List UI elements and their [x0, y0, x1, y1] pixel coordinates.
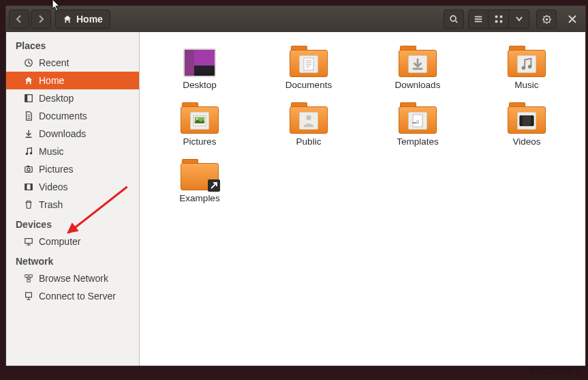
file-label: Music	[514, 80, 538, 90]
file-item-pictures[interactable]: Pictures	[167, 101, 232, 147]
svg-rect-17	[27, 166, 29, 167]
video-icon	[22, 182, 35, 192]
svg-rect-43	[531, 117, 533, 119]
svg-rect-44	[531, 119, 533, 121]
file-grid: DesktopDocumentsDownloadsMusicPicturesPu…	[146, 44, 578, 203]
home-icon	[22, 76, 35, 85]
svg-rect-3	[475, 21, 482, 23]
cursor-pointer-icon	[52, 0, 61, 12]
svg-point-28	[522, 66, 526, 70]
sidebar-item-label: Recent	[39, 57, 69, 68]
file-label: Public	[296, 136, 322, 147]
pathbar-home-button[interactable]: Home	[55, 10, 110, 29]
sidebar-item-label: Computer	[39, 236, 80, 247]
svg-point-29	[528, 65, 532, 69]
search-button[interactable]	[444, 10, 464, 29]
forward-button[interactable]	[31, 10, 51, 29]
desktop-folder-icon	[181, 44, 219, 77]
file-label: Pictures	[183, 136, 217, 147]
pathbar-label: Home	[76, 14, 103, 25]
file-label: Templates	[397, 136, 439, 147]
sidebar-item-label: Music	[39, 146, 64, 157]
music-emblem-icon	[517, 55, 536, 73]
server-icon	[22, 291, 35, 301]
sidebar-item-downloads[interactable]: Downloads	[6, 125, 139, 143]
sidebar-item-label: Documents	[39, 111, 87, 121]
folder-icon	[508, 101, 546, 134]
gear-button[interactable]	[536, 10, 557, 29]
sidebar-item-label: Pictures	[39, 164, 74, 175]
sidebar-item-label: Trash	[39, 199, 63, 210]
svg-point-14	[30, 152, 33, 155]
svg-point-9	[545, 18, 547, 20]
file-item-public[interactable]: Public	[276, 101, 341, 147]
sidebar-item-label: Desktop	[39, 93, 74, 104]
svg-rect-24	[27, 280, 30, 282]
svg-rect-2	[475, 18, 482, 20]
file-label: Examples	[179, 193, 219, 203]
svg-rect-6	[495, 20, 497, 23]
svg-point-13	[26, 153, 29, 156]
desktop-icon	[22, 93, 35, 103]
back-button[interactable]	[9, 10, 29, 29]
file-label: Documents	[285, 80, 332, 90]
sidebar-item-music[interactable]: Music	[6, 143, 139, 160]
svg-point-16	[27, 168, 30, 171]
video-emblem-icon	[517, 112, 536, 130]
main-view[interactable]: DesktopDocumentsDownloadsMusicPicturesPu…	[140, 32, 585, 366]
download-icon	[22, 129, 35, 138]
home-icon	[63, 14, 72, 24]
folder-icon: a	[399, 101, 437, 134]
file-item-documents[interactable]: Documents	[276, 44, 341, 90]
clock-icon	[22, 58, 35, 68]
file-item-music[interactable]: Music	[494, 44, 559, 90]
svg-rect-22	[25, 275, 28, 278]
document-icon	[22, 111, 35, 121]
sidebar-item-desktop[interactable]: Desktop	[6, 89, 139, 107]
watermark: ©51CTO博客	[530, 365, 583, 377]
sidebar-item-label: Home	[39, 75, 64, 86]
public-emblem-icon	[299, 112, 318, 130]
svg-rect-25	[26, 293, 32, 297]
svg-rect-36	[412, 122, 416, 123]
sidebar-item-label: Browse Network	[39, 273, 108, 284]
close-button[interactable]	[562, 10, 583, 29]
sidebar-item-trash[interactable]: Trash	[6, 196, 139, 214]
link-emblem-icon	[208, 179, 220, 192]
sidebar-section-header: Network	[6, 250, 139, 269]
svg-rect-45	[531, 122, 533, 123]
music-icon	[22, 147, 35, 156]
sidebar-item-home[interactable]: Home	[6, 72, 139, 89]
file-item-templates[interactable]: aTemplates	[385, 101, 450, 147]
folder-icon	[181, 101, 219, 134]
sidebar-item-documents[interactable]: Documents	[6, 107, 139, 125]
file-item-desktop[interactable]: Desktop	[167, 44, 232, 90]
file-item-videos[interactable]: Videos	[494, 101, 559, 147]
view-list-button[interactable]	[468, 10, 489, 29]
download-emblem-icon	[408, 55, 427, 73]
svg-rect-42	[521, 122, 522, 123]
sidebar-item-label: Downloads	[39, 128, 86, 139]
file-item-examples[interactable]: Examples	[167, 158, 232, 203]
svg-rect-27	[413, 68, 423, 70]
network-icon	[22, 274, 35, 283]
view-grid-button[interactable]	[489, 10, 509, 29]
sidebar-item-recent[interactable]: Recent	[6, 54, 139, 72]
sidebar-item-connect-server[interactable]: Connect to Server	[6, 287, 139, 305]
sidebar-item-browse-network[interactable]: Browse Network	[6, 269, 139, 287]
svg-rect-23	[29, 275, 32, 278]
svg-rect-5	[499, 16, 502, 18]
folder-icon	[290, 101, 328, 134]
file-label: Downloads	[395, 80, 441, 90]
folder-icon	[508, 44, 546, 77]
view-options-button[interactable]	[509, 10, 529, 29]
svg-text:a: a	[416, 117, 420, 125]
file-label: Desktop	[183, 80, 217, 90]
toolbar: Home	[6, 6, 585, 32]
folder-icon	[399, 44, 437, 77]
svg-rect-12	[25, 95, 28, 102]
file-item-downloads[interactable]: Downloads	[385, 44, 450, 90]
sidebar-item-pictures[interactable]: Pictures	[6, 160, 139, 178]
svg-rect-21	[25, 239, 33, 244]
svg-rect-15	[25, 167, 33, 173]
